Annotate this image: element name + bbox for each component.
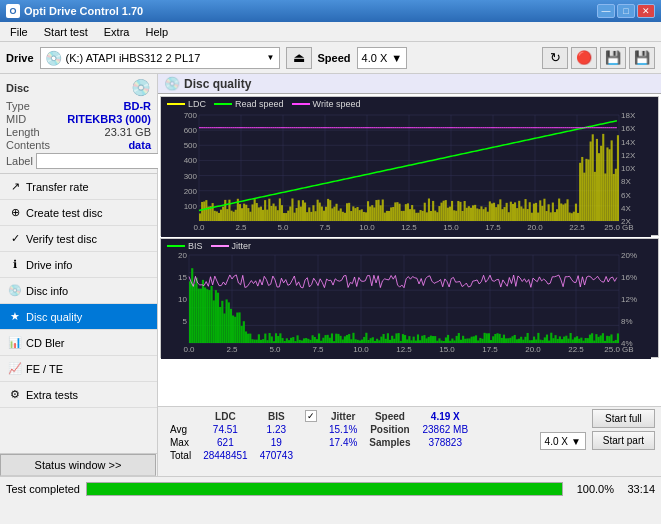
drive-disc-icon: 💿 (45, 50, 62, 66)
fe-te-icon: 📈 (8, 362, 22, 376)
disc-label-input[interactable] (36, 153, 165, 169)
nav-label-cd-bler: CD Bler (26, 337, 65, 349)
disc-info-panel: Disc 💿 Type BD-R MID RITEKBR3 (000) Leng… (0, 74, 157, 174)
bis-max: 19 (254, 436, 299, 449)
length-label: Length (6, 126, 40, 138)
bis-col-header: BIS (254, 409, 299, 423)
status-text: Test completed (6, 483, 80, 495)
close-button[interactable]: ✕ (637, 4, 655, 18)
ldc-chart-canvas (161, 97, 651, 237)
ldc-max: 621 (197, 436, 254, 449)
ldc-avg: 74.51 (197, 423, 254, 436)
result-speed-arrow[interactable]: ▼ (571, 436, 581, 447)
chart1-legend: LDC Read speed Write speed (167, 99, 360, 109)
nav-label-disc-info: Disc info (26, 285, 68, 297)
ldc-legend-label: LDC (188, 99, 206, 109)
contents-value: data (128, 139, 151, 151)
speed-dropdown-arrow[interactable]: ▼ (391, 52, 402, 64)
cd-bler-icon: 📊 (8, 336, 22, 350)
nav-label-transfer-rate: Transfer rate (26, 181, 89, 193)
position-label: Position (363, 423, 416, 436)
nav-label-fe-te: FE / TE (26, 363, 63, 375)
menu-extra[interactable]: Extra (98, 25, 136, 39)
save-button[interactable]: 💾 (629, 47, 655, 69)
drive-dropdown-arrow[interactable]: ▼ (267, 53, 275, 62)
menu-bar: File Start test Extra Help (0, 22, 661, 42)
drive-name: (K:) ATAPI iHBS312 2 PL17 (66, 52, 263, 64)
disc-label-label: Label (6, 155, 33, 167)
disc-button[interactable]: 💾 (600, 47, 626, 69)
total-row-label: Total (164, 449, 197, 462)
menu-help[interactable]: Help (139, 25, 174, 39)
start-full-button[interactable]: Start full (592, 409, 655, 428)
ldc-total: 28448451 (197, 449, 254, 462)
content-area: 💿 Disc quality LDC Read speed (158, 74, 661, 476)
start-buttons: Start full Start part (592, 409, 655, 450)
jitter-checkbox[interactable]: ✓ (305, 410, 317, 422)
drive-bar: Drive 💿 (K:) ATAPI iHBS312 2 PL17 ▼ ⏏ Sp… (0, 42, 661, 74)
disc-quality-header: 💿 Disc quality (158, 74, 661, 94)
verify-test-icon: ✓ (8, 232, 22, 246)
jitter-col-header: Jitter (323, 409, 363, 423)
sidebar-item-fe-te[interactable]: 📈 FE / TE (0, 356, 157, 382)
ldc-chart: LDC Read speed Write speed (160, 96, 659, 236)
extra-tests-icon: ⚙ (8, 388, 22, 402)
nav-label-create-test: Create test disc (26, 207, 102, 219)
transfer-rate-icon: ↗ (8, 180, 22, 194)
maximize-button[interactable]: □ (617, 4, 635, 18)
stats-area: LDC BIS ✓ Jitter Speed 4.19 X Avg (158, 406, 661, 476)
speed-col-header: Speed (363, 409, 416, 423)
disc-icon: 💿 (131, 78, 151, 97)
start-part-button[interactable]: Start part (592, 431, 655, 450)
sidebar-item-drive-info[interactable]: ℹ Drive info (0, 252, 157, 278)
speed-selector[interactable]: 4.0 X ▼ (357, 47, 408, 69)
charts-area: LDC Read speed Write speed (158, 94, 661, 406)
type-label: Type (6, 100, 30, 112)
drive-label: Drive (6, 52, 34, 64)
status-window-button[interactable]: Status window >> (0, 454, 156, 476)
ldc-legend-color (167, 103, 185, 105)
sidebar-item-disc-info[interactable]: 💿 Disc info (0, 278, 157, 304)
eject-button[interactable]: ⏏ (286, 47, 312, 69)
menu-start-test[interactable]: Start test (38, 25, 94, 39)
nav-label-drive-info: Drive info (26, 259, 72, 271)
jitter-avg: 15.1% (323, 423, 363, 436)
sidebar-item-verify-test-disc[interactable]: ✓ Verify test disc (0, 226, 157, 252)
ldc-col-header: LDC (197, 409, 254, 423)
app-logo: O (6, 4, 20, 18)
disc-quality-header-icon: 💿 (164, 76, 180, 91)
sidebar-item-extra-tests[interactable]: ⚙ Extra tests (0, 382, 157, 408)
minimize-button[interactable]: — (597, 4, 615, 18)
result-speed-selector[interactable]: 4.0 X ▼ (540, 432, 586, 450)
menu-file[interactable]: File (4, 25, 34, 39)
nav-label-disc-quality: Disc quality (26, 311, 82, 323)
mid-label: MID (6, 113, 26, 125)
disc-quality-title: Disc quality (184, 77, 251, 91)
jitter-max: 17.4% (323, 436, 363, 449)
drive-info-icon: ℹ (8, 258, 22, 272)
drive-selector[interactable]: 💿 (K:) ATAPI iHBS312 2 PL17 ▼ (40, 47, 280, 69)
settings-button[interactable]: 🔴 (571, 47, 597, 69)
samples-value: 378823 (417, 436, 475, 449)
progress-text: 100.0% (569, 483, 614, 495)
disc-quality-icon: ★ (8, 310, 22, 324)
disc-info-icon: 💿 (8, 284, 22, 298)
app-title: Opti Drive Control 1.70 (24, 5, 143, 17)
stats-table: LDC BIS ✓ Jitter Speed 4.19 X Avg (164, 409, 474, 462)
sidebar-item-cd-bler[interactable]: 📊 CD Bler (0, 330, 157, 356)
refresh-button[interactable]: ↻ (542, 47, 568, 69)
sidebar-item-disc-quality[interactable]: ★ Disc quality (0, 304, 157, 330)
disc-section-label: Disc (6, 82, 29, 94)
progress-bar-fill (87, 483, 562, 495)
sidebar-item-transfer-rate[interactable]: ↗ Transfer rate (0, 174, 157, 200)
bis-chart: BIS Jitter (160, 238, 659, 358)
title-bar: O Opti Drive Control 1.70 — □ ✕ (0, 0, 661, 22)
length-value: 23.31 GB (105, 126, 151, 138)
sidebar-item-create-test-disc[interactable]: ⊕ Create test disc (0, 200, 157, 226)
speed-label: Speed (318, 52, 351, 64)
jitter-check-box[interactable]: ✓ (305, 410, 317, 422)
jitter-legend-label: Jitter (232, 241, 252, 251)
create-test-icon: ⊕ (8, 206, 22, 220)
speed-current: 4.19 X (417, 409, 475, 423)
avg-row-label: Avg (164, 423, 197, 436)
